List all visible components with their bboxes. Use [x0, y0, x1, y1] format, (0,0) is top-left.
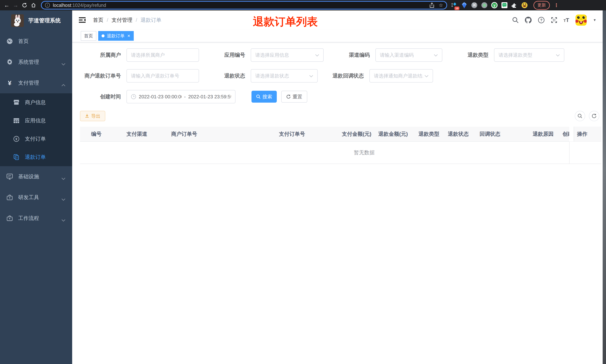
sidebar-item-label: 系统管理: [18, 59, 39, 66]
extension-chat-icon[interactable]: [501, 2, 508, 9]
sidebar-item-label: 工作流程: [18, 215, 39, 222]
col-refund-type: 退款类型: [419, 130, 448, 138]
extension-badge: 10: [454, 7, 460, 10]
col-refund-status: 退款状态: [448, 130, 479, 138]
col-merchant-order-no: 商户订单号: [171, 130, 279, 138]
refresh-icon[interactable]: [589, 111, 599, 121]
col-pay-amount: 支付金额(元): [342, 130, 378, 138]
field-label: 退款状态: [200, 72, 251, 79]
search-icon[interactable]: [512, 17, 519, 23]
table-tools: [575, 111, 599, 121]
monitor-icon: [6, 174, 13, 180]
chevron-down-icon: [61, 61, 66, 67]
col-pay-order-no: 支付订单号: [279, 130, 342, 138]
caret-down-icon[interactable]: ▼: [593, 18, 596, 22]
sidebar-item-label: 基础设施: [18, 173, 39, 180]
tab-home[interactable]: 首页: [81, 31, 96, 41]
callback-status-select[interactable]: 请选择通知商户退款结果的: [369, 69, 433, 83]
sidebar-item-label: 商户信息: [25, 99, 46, 106]
col-pay-channel: 支付渠道: [127, 130, 171, 138]
forward-icon[interactable]: →: [11, 1, 20, 9]
sidebar-item-label: 研发工具: [18, 194, 39, 201]
sidebar-item-infra[interactable]: 基础设施: [0, 166, 72, 187]
extension-emoji-icon[interactable]: [521, 2, 528, 9]
breadcrumb-home[interactable]: 首页: [93, 16, 104, 24]
sidebar-item-refund-order[interactable]: 退款订单: [0, 148, 72, 166]
chevron-down-icon: [61, 217, 66, 223]
merchant-refund-no-input[interactable]: 请输入商户退款订单号: [127, 69, 199, 83]
grid-table-icon: [13, 118, 19, 123]
tags-view-bar: 首页 退款订单 ✕: [72, 30, 606, 42]
sidebar-item-pay-order[interactable]: ¥ 支付订单: [0, 130, 72, 148]
filter-callback-status: 退款回调状态 请选择通知商户退款结果的: [319, 69, 433, 83]
sidebar-item-label: 支付管理: [18, 79, 39, 86]
extension-circle-icon[interactable]: [481, 2, 488, 9]
chevron-down-icon: [556, 52, 560, 58]
address-bar[interactable]: i localhost:1024/pay/refund ☆: [41, 1, 447, 10]
filter-refund-type: 退款类型 请选择退款类型: [444, 48, 564, 62]
browser-menu-icon[interactable]: ⋮: [554, 2, 559, 8]
col-create-time: 创建时间: [563, 130, 569, 138]
col-actions: 操作: [574, 127, 601, 142]
extension-diamond-icon[interactable]: 10: [451, 2, 458, 9]
window-edge: [603, 10, 606, 364]
extension-command-icon[interactable]: ⌘: [471, 2, 478, 9]
coin-yen-icon: ¥: [13, 136, 19, 142]
app-title: 芋道管理系统: [28, 17, 61, 24]
site-info-icon[interactable]: i: [45, 3, 50, 8]
refund-status-select[interactable]: 请选择退款状态: [251, 69, 318, 83]
help-icon[interactable]: ?: [538, 17, 545, 23]
sidebar-item-pay[interactable]: ¥ 支付管理: [0, 73, 72, 93]
channel-select[interactable]: 请输入渠道编码: [375, 48, 442, 62]
bookmark-star-icon[interactable]: ☆: [439, 2, 443, 8]
date-separator: -: [182, 94, 188, 100]
extensions-row: 10 ⌘ y 更新 ⋮: [451, 1, 560, 10]
documents-icon: [13, 154, 19, 160]
date-range-picker[interactable]: 2022-01-23 00:00:00 - 2022-01-23 23:59:5…: [127, 90, 236, 103]
sidebar-item-app-info[interactable]: 应用信息: [0, 112, 72, 130]
date-end[interactable]: 2022-01-23 23:59:59: [188, 94, 231, 100]
reset-button[interactable]: 重置: [281, 91, 307, 103]
table-toolbar: 导出: [72, 111, 606, 121]
pay-submenu: 商户信息 应用信息 ¥ 支付订单: [0, 93, 72, 166]
col-refund-amount: 退款金额(元): [378, 130, 419, 138]
col-id: 编号: [91, 130, 127, 138]
export-button[interactable]: 导出: [80, 111, 105, 121]
sidebar-item-home[interactable]: 首页: [0, 31, 72, 52]
filter-form: 所属商户 请选择所属商户 应用编号 请选择应用信息 渠道编码 请输入渠道编码: [72, 42, 606, 103]
sidebar-item-devtools[interactable]: 研发工具: [0, 187, 72, 208]
close-icon[interactable]: ✕: [127, 34, 130, 38]
field-label: 创建时间: [76, 93, 127, 100]
extension-y-icon[interactable]: y: [491, 2, 498, 9]
merchant-select[interactable]: 请选择所属商户: [127, 48, 199, 62]
filter-merchant-refund-no: 商户退款订单号 请输入商户退款订单号: [76, 69, 199, 83]
extension-puzzle-icon[interactable]: [511, 2, 518, 9]
app-select[interactable]: 请选择应用信息: [251, 48, 324, 62]
extension-gem-icon[interactable]: [461, 2, 468, 9]
sidebar-item-merchant-info[interactable]: 商户信息: [0, 93, 72, 112]
tab-refund-order[interactable]: 退款订单 ✕: [98, 31, 134, 41]
sidebar-item-system[interactable]: 系统管理: [0, 52, 72, 73]
share-icon[interactable]: [430, 3, 434, 8]
show-search-icon[interactable]: [575, 111, 585, 121]
update-button[interactable]: 更新: [533, 1, 550, 10]
date-start[interactable]: 2022-01-23 00:00:00: [139, 94, 182, 100]
sidebar-item-label: 首页: [18, 38, 29, 45]
url-text[interactable]: localhost:1024/pay/refund: [53, 3, 106, 8]
fold-menu-icon[interactable]: [79, 17, 86, 23]
refund-type-select[interactable]: 请选择退款类型: [494, 48, 564, 62]
filter-app: 应用编号 请选择应用信息: [200, 48, 324, 62]
reload-icon[interactable]: [20, 1, 29, 9]
breadcrumb-pay[interactable]: 支付管理: [112, 16, 132, 24]
home-icon[interactable]: [29, 1, 38, 9]
sidebar-logo-row[interactable]: 芋道管理系统: [0, 10, 72, 31]
chevron-up-icon: [61, 82, 66, 88]
search-button[interactable]: 搜索: [251, 91, 277, 103]
avatar[interactable]: [576, 14, 587, 26]
sidebar-item-workflow[interactable]: 工作流程: [0, 208, 72, 229]
fullscreen-icon[interactable]: [551, 17, 557, 23]
active-dot: [102, 34, 105, 37]
font-size-icon[interactable]: TT: [564, 17, 569, 23]
back-icon[interactable]: ←: [2, 1, 11, 9]
github-icon[interactable]: [525, 17, 532, 23]
